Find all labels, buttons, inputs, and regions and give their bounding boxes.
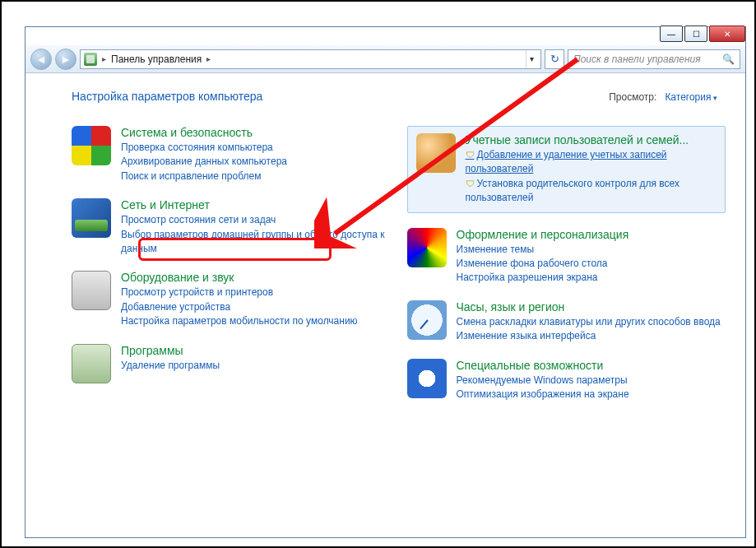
link-homegroup[interactable]: Выбор параметров домашней группы и общег… xyxy=(121,228,391,257)
right-column: Учетные записи пользователей и семей... … xyxy=(407,126,726,402)
category-title[interactable]: Система и безопасность xyxy=(121,126,391,139)
link-network-status[interactable]: Просмотр состояния сети и задач xyxy=(121,213,391,227)
link-check-status[interactable]: Проверка состояния компьютера xyxy=(121,141,391,155)
category-programs: Программы Удаление программы xyxy=(72,344,391,383)
accessibility-icon xyxy=(407,359,447,398)
view-by: Просмотр: Категория xyxy=(609,91,717,103)
users-icon xyxy=(416,133,456,173)
forward-button[interactable]: ► xyxy=(55,49,77,70)
category-title[interactable]: Сеть и Интернет xyxy=(121,198,391,211)
content-area: Настройка параметров компьютера Просмотр… xyxy=(26,73,745,537)
clock-icon xyxy=(407,300,447,340)
category-title[interactable]: Программы xyxy=(121,344,391,357)
category-title[interactable]: Учетные записи пользователей и семей... xyxy=(466,133,717,146)
left-column: Система и безопасность Проверка состояни… xyxy=(72,126,391,402)
link-uninstall[interactable]: Удаление программы xyxy=(121,359,391,373)
view-category-dropdown[interactable]: Категория xyxy=(665,91,717,103)
search-placeholder: Поиск в панели управления xyxy=(573,53,701,65)
window-controls: — ☐ ✕ xyxy=(660,26,745,44)
appearance-icon xyxy=(407,228,447,267)
network-icon xyxy=(72,198,111,238)
category-accessibility: Специальные возможности Рекомендуемые Wi… xyxy=(407,359,726,402)
breadcrumb-root[interactable]: Панель управления xyxy=(111,53,202,65)
minimize-button[interactable]: — xyxy=(660,26,683,42)
category-title[interactable]: Оборудование и звук xyxy=(121,271,391,284)
category-network: Сеть и Интернет Просмотр состояния сети … xyxy=(72,198,391,256)
search-icon[interactable]: 🔍 xyxy=(722,53,735,65)
category-system-security: Система и безопасность Проверка состояни… xyxy=(72,126,391,183)
link-troubleshoot[interactable]: Поиск и исправление проблем xyxy=(121,170,391,183)
view-label: Просмотр: xyxy=(609,91,656,103)
window-frame: — ☐ ✕ ◄ ► ▸ Панель управления ▸ ▾ ↻ Поис… xyxy=(25,26,746,538)
control-panel-icon xyxy=(84,53,97,66)
breadcrumb-separator: ▸ xyxy=(102,54,106,63)
link-display-language[interactable]: Изменение языка интерфейса xyxy=(457,329,726,343)
link-backup[interactable]: Архивирование данных компьютера xyxy=(121,155,391,169)
hardware-icon xyxy=(72,271,111,310)
link-resolution[interactable]: Настройка разрешения экрана xyxy=(457,271,726,285)
refresh-button[interactable]: ↻ xyxy=(545,49,564,69)
category-hardware: Оборудование и звук Просмотр устройств и… xyxy=(72,271,391,328)
navigation-bar: ◄ ► ▸ Панель управления ▸ ▾ ↻ Поиск в па… xyxy=(26,45,745,73)
address-dropdown[interactable]: ▾ xyxy=(526,50,537,68)
maximize-button[interactable]: ☐ xyxy=(684,26,707,42)
link-keyboard-layout[interactable]: Смена раскладки клавиатуры или других сп… xyxy=(457,315,726,329)
breadcrumb-separator: ▸ xyxy=(206,54,211,63)
link-change-theme[interactable]: Изменение темы xyxy=(457,243,726,257)
address-bar[interactable]: ▸ Панель управления ▸ ▾ xyxy=(80,49,541,69)
link-parental-controls[interactable]: Установка родительского контроля для все… xyxy=(466,177,717,206)
link-recommended-settings[interactable]: Рекомендуемые Windows параметры xyxy=(457,374,726,388)
link-mobility[interactable]: Настройка параметров мобильности по умол… xyxy=(121,314,391,328)
category-appearance: Оформление и персонализация Изменение те… xyxy=(407,228,726,286)
link-optimize-display[interactable]: Оптимизация изображения на экране xyxy=(457,388,726,402)
category-title[interactable]: Часы, язык и регион xyxy=(457,300,726,313)
link-add-remove-accounts[interactable]: Добавление и удаление учетных записей по… xyxy=(466,148,717,177)
close-button[interactable]: ✕ xyxy=(709,26,745,42)
category-user-accounts: Учетные записи пользователей и семей... … xyxy=(407,126,726,213)
category-clock-language: Часы, язык и регион Смена раскладки клав… xyxy=(407,300,726,344)
category-title[interactable]: Оформление и персонализация xyxy=(457,228,726,241)
link-add-device[interactable]: Добавление устройства xyxy=(121,300,391,314)
link-devices-printers[interactable]: Просмотр устройств и принтеров xyxy=(121,286,391,300)
programs-icon xyxy=(72,344,111,383)
search-input[interactable]: Поиск в панели управления 🔍 xyxy=(568,49,740,69)
link-change-wallpaper[interactable]: Изменение фона рабочего стола xyxy=(457,257,726,271)
security-icon xyxy=(72,126,111,165)
back-button[interactable]: ◄ xyxy=(30,49,52,70)
category-title[interactable]: Специальные возможности xyxy=(457,359,726,372)
